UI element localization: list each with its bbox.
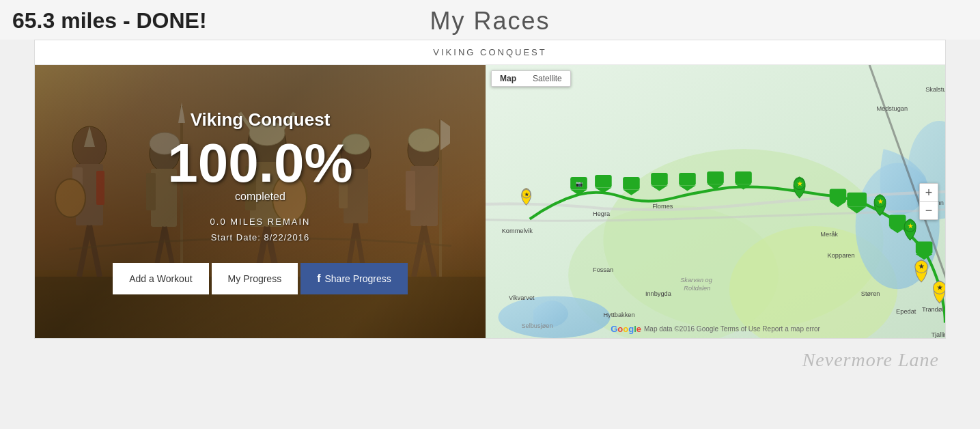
page-footer: Nevermore Lane	[0, 339, 980, 381]
svg-text:Hyttbakken: Hyttbakken	[603, 312, 634, 318]
svg-rect-81	[830, 189, 847, 202]
map-container[interactable]: Skalstugan Medstugan Ånn Kommelvik Meråk…	[486, 65, 945, 338]
race-section: Viking Conquest 100.0% completed 0.0 MIL…	[35, 65, 945, 338]
svg-text:Epedat: Epedat	[896, 308, 916, 315]
svg-text:Selbusjøen: Selbusjøen	[521, 322, 552, 329]
svg-text:Vikvarvet: Vikvarvet	[509, 294, 535, 301]
race-name: Viking Conquest	[191, 109, 331, 130]
completed-label: completed	[235, 191, 285, 203]
my-progress-button[interactable]: My Progress	[212, 263, 298, 294]
main-content: VIKING CONQUEST	[34, 40, 946, 339]
svg-text:Skalstugan: Skalstugan	[925, 86, 945, 93]
share-progress-button[interactable]: f Share Progress	[300, 263, 408, 294]
svg-text:★: ★	[797, 180, 803, 187]
svg-rect-78	[735, 171, 752, 184]
add-workout-button[interactable]: Add a Workout	[113, 263, 208, 294]
map-tab-map[interactable]: Map	[492, 71, 524, 86]
svg-text:Kopparen: Kopparen	[828, 252, 855, 259]
svg-text:Innbygda: Innbygda	[645, 290, 672, 297]
map-tabs: Map Satellite	[491, 70, 571, 87]
map-footer: Google Map data ©2016 Google Terms of Us…	[611, 324, 820, 334]
map-svg: Skalstugan Medstugan Ånn Kommelvik Meråk…	[486, 65, 945, 338]
svg-text:Meråk: Meråk	[820, 231, 838, 238]
brand-name: Nevermore Lane	[0, 349, 939, 371]
svg-text:Skarvan og: Skarvan og	[680, 277, 713, 283]
svg-rect-75	[651, 173, 668, 185]
svg-text:Trandøl: Trandøl	[922, 306, 943, 313]
zoom-in-button[interactable]: +	[920, 184, 938, 202]
svg-rect-85	[889, 214, 906, 227]
svg-text:★: ★	[524, 192, 529, 197]
map-tab-satellite[interactable]: Satellite	[524, 71, 570, 86]
svg-rect-74	[623, 177, 640, 189]
svg-text:Hegra: Hegra	[593, 210, 611, 217]
svg-text:Tjallin: Tjallin	[931, 331, 945, 338]
left-panel: Viking Conquest 100.0% completed 0.0 MIL…	[35, 65, 486, 338]
svg-rect-77	[707, 171, 724, 184]
svg-text:Støren: Støren	[861, 290, 880, 297]
miles-remain: 0.0 MILES REMAIN	[210, 217, 311, 227]
action-buttons: Add a Workout My Progress f Share Progre…	[113, 263, 408, 294]
miles-done-label: 65.3 miles - DONE!	[12, 8, 207, 33]
race-sub-header: VIKING CONQUEST	[35, 40, 945, 65]
svg-text:Roltdalen: Roltdalen	[684, 285, 710, 292]
svg-text:★: ★	[878, 198, 884, 205]
map-zoom-controls: + −	[919, 183, 938, 220]
svg-rect-82	[847, 193, 867, 207]
svg-text:★: ★	[908, 223, 914, 230]
facebook-icon: f	[317, 273, 320, 285]
svg-text:Fossan: Fossan	[593, 266, 613, 273]
svg-rect-88	[916, 241, 933, 253]
svg-rect-76	[679, 173, 696, 185]
percent-complete: 100.0%	[167, 136, 352, 191]
map-footer-text: Map data ©2016 Google Terms of Use Repor…	[644, 325, 820, 333]
svg-text:★: ★	[919, 263, 925, 270]
svg-text:Kommelvik: Kommelvik	[502, 227, 533, 234]
svg-text:Medstugan: Medstugan	[876, 105, 908, 112]
google-logo: Google	[611, 324, 641, 334]
map-panel: Skalstugan Medstugan Ånn Kommelvik Meråk…	[486, 65, 945, 338]
start-date: Start Date: 8/22/2016	[211, 232, 310, 243]
svg-text:★: ★	[937, 284, 943, 291]
svg-rect-73	[595, 175, 612, 187]
svg-text:📷: 📷	[576, 180, 583, 188]
svg-text:Flomes: Flomes	[652, 203, 673, 210]
zoom-out-button[interactable]: −	[920, 202, 938, 219]
left-overlay: Viking Conquest 100.0% completed 0.0 MIL…	[35, 65, 486, 338]
